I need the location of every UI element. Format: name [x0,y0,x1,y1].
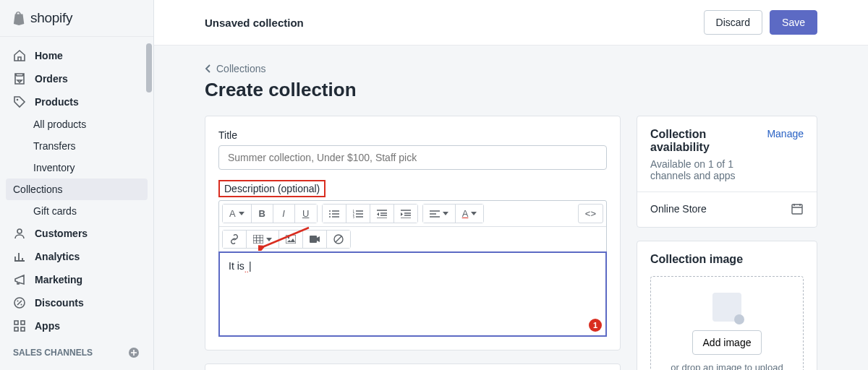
nav-label: All products [33,119,86,130]
tag-icon [13,95,26,108]
rte-link-button[interactable] [223,231,247,248]
nav-apps[interactable]: Apps [0,314,153,337]
svg-point-0 [17,99,19,101]
rte-toolbar-row-1: A B I U 123 [219,201,606,227]
rte-italic-button[interactable]: I [273,205,295,223]
nav-all-products[interactable]: All products [0,113,153,135]
manage-link[interactable]: Manage [767,128,804,139]
discard-button[interactable]: Discard [704,10,762,35]
svg-point-11 [329,210,331,212]
rte-toolbar-row-2 [219,227,606,252]
add-image-button[interactable]: Add image [692,330,762,355]
rte-table-button[interactable] [247,231,279,248]
rte-align-menu[interactable] [423,205,456,223]
nav-products[interactable]: Products [0,90,153,113]
nav-home[interactable]: Home [0,44,153,67]
svg-rect-7 [14,327,18,331]
page-title: Create collection [205,79,817,101]
svg-rect-18 [286,235,296,244]
nav-label: Gift cards [33,205,77,217]
rte-underline-button[interactable]: U [295,205,317,223]
image-placeholder-icon [712,293,741,322]
rte-bold-button[interactable]: B [252,205,273,223]
nav-label: Discounts [35,297,84,309]
svg-rect-17 [253,235,263,244]
title-input[interactable] [218,145,607,170]
drop-hint: or drop an image to upload [658,362,796,370]
content-scroll[interactable]: Collections Create collection Title Desc… [154,46,868,370]
availability-sub: Available on 1 of 1 channels and apps [650,158,767,181]
svg-rect-6 [21,321,25,324]
next-card-peek [205,363,621,370]
nav-orders[interactable]: Orders [0,67,153,90]
rte-html-button[interactable]: <> [578,204,603,223]
svg-point-4 [21,304,22,306]
nav-discounts[interactable]: Discounts [0,291,153,314]
rte-image-button[interactable] [279,231,303,248]
nav-gift-cards[interactable]: Gift cards [0,200,153,222]
plus-circle-icon[interactable] [127,346,140,359]
rte-outdent-button[interactable] [370,205,394,223]
collection-image-card: Collection image Add image or drop an im… [637,241,817,370]
calendar-icon[interactable] [791,202,804,215]
nav-marketing[interactable]: Marketing [0,268,153,291]
svg-point-3 [17,301,19,302]
svg-point-13 [329,216,331,218]
rte-font-menu[interactable]: A [223,205,252,223]
brand-logo: shopify [0,0,153,37]
collection-image-title: Collection image [650,253,804,266]
rte-bullet-list-button[interactable] [323,205,346,223]
breadcrumb[interactable]: Collections [205,63,817,74]
discount-icon [13,296,26,309]
svg-point-1 [17,229,22,233]
nav-label: Inventory [33,162,75,173]
image-dropzone[interactable]: Add image or drop an image to upload [650,276,804,370]
availability-card: Collection availability Available on 1 o… [637,116,817,228]
breadcrumb-label: Collections [216,63,265,74]
topbar-actions: Discard Save [704,10,817,35]
rte-indent-button[interactable] [394,205,417,223]
rte-clear-format-button[interactable] [327,231,350,248]
title-description-card: Title Description (optional) A B I [205,116,621,350]
nav-label: Home [35,50,63,61]
nav-inventory[interactable]: Inventory [0,157,153,178]
nav-section-sales-channels: SALES CHANNELS [0,337,153,363]
nav-collections[interactable]: Collections [6,178,148,200]
brand-name: shopify [30,10,72,26]
svg-point-12 [329,213,331,215]
rich-text-editor: A B I U 123 [218,200,607,337]
nav-transfers[interactable]: Transfers [0,135,153,157]
main-nav: Home Orders Products All products Transf… [0,37,153,370]
svg-rect-23 [792,205,802,214]
description-value: It is [229,260,244,272]
nav-label: Products [35,96,79,108]
home-icon [13,49,26,62]
rte-numbered-list-button[interactable]: 123 [346,205,370,223]
nav-analytics[interactable]: Analytics [0,245,153,268]
nav-customers[interactable]: Customers [0,222,153,245]
svg-rect-8 [21,327,25,331]
nav-label: Marketing [35,274,82,285]
description-label: Description (optional) [224,183,320,194]
title-label: Title [218,129,607,141]
save-button[interactable]: Save [770,10,817,35]
main-content: Unsaved collection Discard Save Collecti… [154,0,868,370]
sidebar: shopify Home Orders Products All product… [0,0,154,370]
megaphone-icon [13,273,26,286]
svg-rect-5 [14,321,18,324]
nav-label: Transfers [33,140,76,152]
nav-online-store[interactable]: Online Store [0,363,153,370]
description-field[interactable]: It is..| [218,251,607,337]
svg-point-19 [288,237,289,238]
shopify-bag-icon [13,12,26,25]
rte-color-menu[interactable]: A [456,205,484,223]
orders-icon [13,72,26,85]
rte-video-button[interactable] [303,231,327,248]
cursor-indicator: .. [244,265,249,274]
availability-store: Online Store [650,203,707,215]
svg-text:3: 3 [353,215,354,218]
scrollbar-thumb[interactable] [146,43,152,92]
availability-title: Collection availability [650,128,767,154]
nav-label: Orders [35,73,68,85]
topbar: Unsaved collection Discard Save [154,0,868,46]
